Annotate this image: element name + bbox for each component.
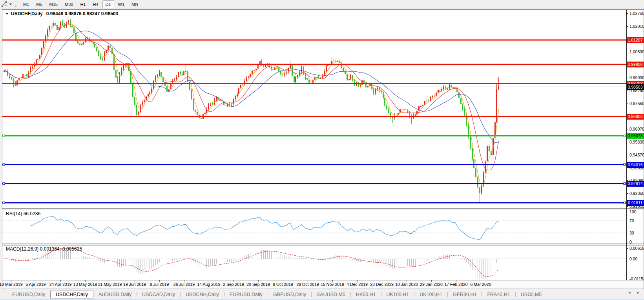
axis-tick-label: 0.006167 [629,246,644,251]
chart-tabs: EURUSD,DailyUSDCHF,DailyAUDUSD,DailyUSDC… [7,291,547,298]
rsi-line [31,216,499,240]
chart-tab-bar: EURUSD,DailyUSDCHF,DailyAUDUSD,DailyUSDC… [0,290,644,299]
axis-tick [627,52,628,52]
axis-tick [627,78,628,78]
date-tick [481,280,481,282]
time-axis[interactable]: 18 Mar 20195 Apr 201924 Apr 201913 May 2… [2,280,644,289]
date-tick [431,280,432,282]
tool-dropdown-caret-icon[interactable] [9,4,12,5]
axis-tick [627,91,628,91]
level-price-label: 0.95678 [627,133,644,139]
current-price-label: 0.98503 [627,84,644,90]
axis-tick [627,13,628,14]
level-price-label: 0.92914 [627,181,644,187]
date-tick [36,280,36,282]
date-tick [234,280,234,282]
level-price-label: 1.01207 [627,37,644,43]
line-handle[interactable] [624,164,626,165]
axis-tick [627,155,628,155]
timeframe-button-h1[interactable]: H1 [77,0,89,8]
line-handle[interactable] [3,164,5,165]
timeframe-button-m15[interactable]: M15 [46,0,61,8]
axis-tick-label: 0.94570 [629,153,644,158]
chart-tab-audusd-2[interactable]: AUDUSD,Daily [93,291,137,298]
toolbar-grip[interactable] [15,2,16,7]
axis-tick-label: 1.02750 [629,11,644,16]
timeframe-button-m30[interactable]: M30 [62,0,76,8]
date-tick [283,280,283,282]
axis-tick [627,212,628,212]
line-handle[interactable] [624,202,626,204]
date-tick [357,280,358,282]
candles-series [4,19,500,202]
timeframe-button-m1[interactable]: M1 [20,0,32,8]
axis-tick-label: 0.95330 [629,140,644,145]
ohlc-values: 0.98448 0.98876 0.98247 0.98503 [46,11,119,16]
axis-tick-label: 0.97550 [629,101,644,106]
date-tick [456,280,456,282]
line-handle[interactable] [624,183,626,185]
date-tick [159,280,160,282]
date-tick [135,280,135,282]
date-tick [85,280,86,282]
chart-tab-eurusd-0[interactable]: EURUSD,Daily [7,291,50,298]
line-handle[interactable] [3,202,5,204]
chart-tab-ger30-11[interactable]: GER30,H1 [448,291,482,298]
macd-histogram [4,248,499,279]
timeframe-buttons: M1M5M15M30H1H4D1W1MN [20,0,142,8]
symbol-title: USDCHF,Daily [11,11,43,16]
axis-tick [627,104,628,104]
timeframe-button-d1[interactable]: D1 [102,0,114,8]
date-tick [11,280,11,282]
axis-tick [627,248,628,249]
date-tick [308,280,308,282]
axis-tick-label: 0 [629,240,632,245]
macd-label: MACD(12,26,9) 0.001364 -0.005635 [6,246,82,252]
timeframe-button-w1[interactable]: W1 [115,0,128,8]
timeframe-button-h4[interactable]: H4 [89,0,101,8]
tab-scroll-buttons: ◄ ► [628,291,640,295]
tab-scroll-right-icon[interactable]: ► [637,291,640,295]
tab-scroll-left-icon[interactable]: ◄ [628,291,631,295]
axis-tick [627,142,628,142]
date-tick [332,280,333,282]
chart-tab-uk100-9[interactable]: UK100,H1 [381,291,414,298]
axis-tick [627,193,628,194]
axis-tick-label: 0.00 [629,256,637,262]
line-studies-icon[interactable] [1,1,8,7]
price-chart[interactable] [2,10,626,208]
rsi-chart[interactable] [2,210,626,244]
date-tick [184,280,184,282]
line-handle[interactable] [3,135,5,137]
chart-tab-usoil-13[interactable]: USOil,M5 [516,291,547,298]
axis-tick-label: 1.02010 [629,24,644,29]
axis-tick [627,129,628,129]
timeframe-button-m5[interactable]: M5 [33,0,45,8]
chart-tab-xauusd-7[interactable]: XAUUSD,M5 [312,291,350,298]
chart-tab-eurusd-5[interactable]: EURUSD,Daily [224,291,268,298]
axis-tick-label: 0.92350 [629,191,644,196]
chart-tab-hk50-8[interactable]: HK50,H1 [351,291,381,298]
axis-tick [627,26,628,27]
level-price-label: 0.99800 [627,62,644,67]
line-handle[interactable] [624,135,626,137]
chart-tab-usdcnh-4[interactable]: USDCNH,Daily [181,291,224,298]
price-axis-spine [626,10,627,280]
chart-window: USDCHF,Daily 0.98448 0.98876 0.98247 0.9… [2,9,644,289]
level-price-label: 0.96803 [627,114,644,120]
axis-tick-label: 100 [629,209,637,215]
chart-tab-fra40-12[interactable]: FRA40,H1 [482,291,515,298]
timeframe-toolbar: M1M5M15M30H1H4D1W1MN [0,0,644,9]
chart-tab-usdchf-1[interactable]: USDCHF,Daily [50,291,93,298]
rsi-label: RSI(14) 66.0286 [6,211,40,216]
chart-tab-usdcad-3[interactable]: USDCAD,Daily [137,291,180,298]
symbol-dropdown-caret-icon[interactable] [5,13,9,15]
date-label: 6 Mar 2020 [464,282,497,287]
chart-tab-uk100-10[interactable]: UK100,H1 [414,291,447,298]
line-handle[interactable] [3,183,5,185]
chart-tab-gbpusd-6[interactable]: GBPUSD,Daily [268,291,311,298]
chart-title: USDCHF,Daily 0.98448 0.98876 0.98247 0.9… [5,11,118,16]
timeframe-button-mn[interactable]: MN [128,0,141,8]
macd-chart[interactable] [2,245,626,280]
date-tick [382,280,382,282]
